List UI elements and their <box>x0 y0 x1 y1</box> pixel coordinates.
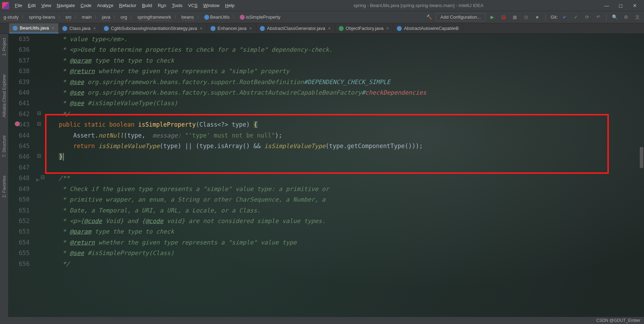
fold-end-icon[interactable]: – <box>37 154 41 158</box>
editor[interactable]: 635 * value type</em>. 636 * <p>Used to … <box>8 34 644 317</box>
code-line[interactable]: 648⊫– /** <box>18 173 644 183</box>
code-line[interactable]: 656 */ <box>18 259 644 269</box>
fold-start-icon[interactable]: – <box>37 122 41 126</box>
code-line[interactable]: 653 * @param type the type to check <box>18 226 644 237</box>
menu-bar: FFileile Edit View Navigate Code Analyze… <box>0 0 644 11</box>
code-line[interactable]: 635 * value type</em>. <box>18 34 644 44</box>
menu-refactor[interactable]: Refactor <box>116 1 139 9</box>
close-icon[interactable]: × <box>199 26 203 31</box>
code-line[interactable]: 652 * <p>{@code Void} and {@code void} a… <box>18 216 644 226</box>
fold-start-icon[interactable]: – <box>41 176 44 179</box>
scrollbar-thumb[interactable] <box>640 147 643 168</box>
code-line[interactable]: 640 * @see org.springframework.beans.fac… <box>18 87 644 98</box>
line-number: 639 <box>18 77 35 87</box>
crumb-java[interactable]: java <box>100 14 112 20</box>
crumb-springframework[interactable]: springframework <box>136 14 173 20</box>
tab-class[interactable]: Class.java× <box>59 23 100 33</box>
tab-enhancer[interactable]: Enhancer.java× <box>207 23 256 33</box>
menu-analyze[interactable]: Analyze <box>94 1 116 9</box>
menu-window[interactable]: Window <box>200 1 222 9</box>
menu-code[interactable]: Code <box>78 1 94 9</box>
coverage-icon[interactable]: ▦ <box>510 13 519 22</box>
menu-help[interactable]: Help <box>222 1 237 9</box>
close-icon[interactable]: × <box>327 26 331 31</box>
add-configuration-button[interactable]: Add Configuration... <box>436 13 486 21</box>
window-minimize-button[interactable]: — <box>600 3 614 8</box>
code-line[interactable]: 646– } <box>18 151 644 162</box>
code-line[interactable]: 643– public static boolean isSimplePrope… <box>18 119 644 130</box>
toolwindow-favorites[interactable]: 2: Favorites <box>1 173 7 200</box>
code-line[interactable]: 649 * Check if the given type represents… <box>18 184 644 194</box>
code-text: * <p>Used to determine properties to che… <box>59 46 333 53</box>
debug-icon[interactable]: 🐞 <box>499 13 508 22</box>
hammer-build-icon[interactable]: 🔨 <box>425 13 434 22</box>
code-text: org.springframework.beans.factory.suppor… <box>84 78 304 85</box>
git-update-icon[interactable]: ✔ <box>560 13 569 22</box>
window-maximize-button[interactable]: ◻ <box>614 3 628 8</box>
crumb-main[interactable]: main <box>80 14 93 20</box>
line-number: 641 <box>18 98 35 108</box>
code-line[interactable]: 654 * @return whether the given type rep… <box>18 237 644 248</box>
search-everywhere-icon[interactable]: 🔍 <box>610 13 619 22</box>
git-rollback-icon[interactable]: ↶ <box>594 13 603 22</box>
menu-navigate[interactable]: Navigate <box>54 1 77 9</box>
close-icon[interactable]: × <box>51 26 55 31</box>
tab-cglib[interactable]: CglibSubclassingInstantiationStrategy.ja… <box>100 23 207 33</box>
tab-objectfactory[interactable]: ObjectFactory.java× <box>335 23 393 33</box>
crumb-module[interactable]: spring-beans <box>27 14 57 20</box>
gutter-mark-icon[interactable]: ⊫ <box>36 175 39 185</box>
code-line[interactable]: 638 * @return whether the given type rep… <box>18 66 644 76</box>
ide-settings-icon[interactable]: ⚙ <box>621 13 631 22</box>
window-close-button[interactable]: ✕ <box>628 3 642 8</box>
run-icon[interactable]: ▶ <box>488 13 497 22</box>
code-text: * primitive wrapper, an enum, a String o… <box>59 196 325 203</box>
menu-build[interactable]: Build <box>139 1 155 9</box>
tab-absautowire[interactable]: AbstractAutowireCapableB <box>393 23 462 33</box>
toolbar-actions: 🔨 Add Configuration... ▶ 🐞 ▦ ◷ ■ Git: ✔ … <box>425 13 642 22</box>
tab-absclassgen[interactable]: AbstractClassGenerator.java× <box>256 23 335 33</box>
code-line[interactable]: 644 Assert.notNull(type, message: "'type… <box>18 130 644 141</box>
vertical-scrollbar[interactable] <box>640 34 643 317</box>
crumb-project[interactable]: g-study <box>2 14 20 20</box>
close-icon[interactable]: × <box>386 26 389 31</box>
toolwindow-alibaba-cloud[interactable]: Alibaba Cloud Explorer <box>1 72 7 120</box>
close-icon[interactable]: × <box>93 26 96 31</box>
translate-icon[interactable]: 文 <box>633 13 642 22</box>
menu-file[interactable]: FFileile <box>12 1 25 9</box>
code-line[interactable]: 650 * primitive wrapper, an enum, a Stri… <box>18 194 644 205</box>
tab-beanutils[interactable]: BeanUtils.java× <box>9 23 59 33</box>
code-line[interactable]: 647 <box>18 162 644 173</box>
code-line[interactable]: 645 return isSimpleValueType(type) || (t… <box>18 141 644 151</box>
menu-edit[interactable]: Edit <box>25 1 38 9</box>
code-text: @code <box>145 217 163 224</box>
toolwindow-project[interactable]: 1: Project <box>1 36 7 58</box>
code-line[interactable]: 642– */ <box>18 109 644 119</box>
crumb-src[interactable]: src <box>64 14 73 20</box>
code-line[interactable]: 641 * @see #isSimpleValueType(Class) <box>18 98 644 108</box>
crumb-class[interactable]: BeanUtils <box>203 14 231 21</box>
toolwindow-structure[interactable]: 7: Structure <box>1 133 7 159</box>
code-line[interactable]: 651 * Date, a Temporal, a URI, a URL, a … <box>18 205 644 216</box>
code-line[interactable]: 639 * @see org.springframework.beans.fac… <box>18 77 644 87</box>
crumb-org[interactable]: org <box>119 14 129 20</box>
code-line[interactable]: 655 * @see #isSimpleProperty(Class) <box>18 248 644 258</box>
git-history-icon[interactable]: ⟳ <box>582 13 592 22</box>
menu-vcs[interactable]: VCS <box>185 1 200 9</box>
fold-end-icon[interactable]: – <box>37 112 41 115</box>
code-line[interactable]: 636 * <p>Used to determine properties to… <box>18 44 644 55</box>
interface-icon <box>339 26 344 31</box>
code-line[interactable]: 637 * @param type the type to check <box>18 55 644 66</box>
stop-icon[interactable]: ■ <box>533 13 542 22</box>
menu-view[interactable]: View <box>38 1 54 9</box>
close-icon[interactable]: × <box>249 26 252 31</box>
git-commit-icon[interactable]: ✓ <box>571 13 580 22</box>
profiler-icon[interactable]: ◷ <box>521 13 531 22</box>
crumb-beans[interactable]: beans <box>180 14 195 20</box>
menu-tools[interactable]: Tools <box>169 1 185 9</box>
crumb-method[interactable]: isSimpleProperty <box>238 14 282 21</box>
code-text: * <box>59 68 70 75</box>
code-text: type the type to check <box>91 57 174 64</box>
line-number: 640 <box>18 87 35 98</box>
code-text: * <box>59 239 70 246</box>
menu-run[interactable]: Run <box>155 1 169 9</box>
